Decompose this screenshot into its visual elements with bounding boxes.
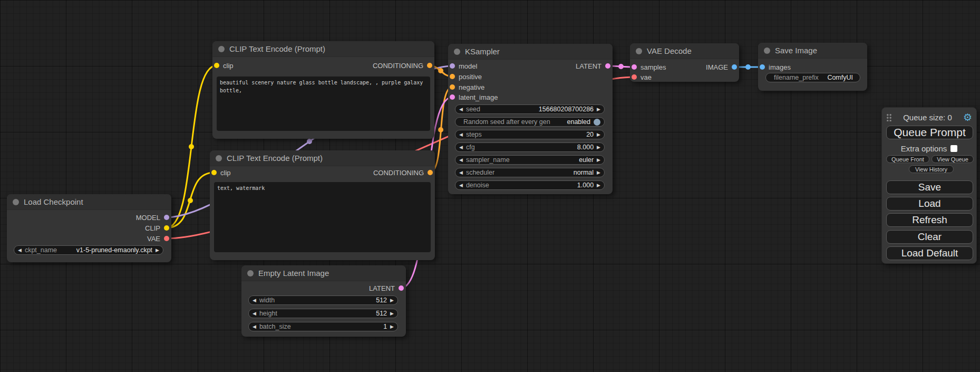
queue-front-button[interactable]: Queue Front [886, 155, 929, 163]
node-load-checkpoint[interactable]: Load Checkpoint MODEL CLIP VAE ckpt_name… [7, 194, 171, 262]
widget-ckpt-name[interactable]: ckpt_name v1-5-pruned-emaonly.ckpt [14, 245, 163, 255]
output-dot-model[interactable] [164, 215, 169, 220]
increment-icon[interactable] [597, 132, 600, 137]
output-slot-clip[interactable]: CLIP [145, 223, 169, 233]
node-clip-text-encode-positive[interactable]: CLIP Text Encode (Prompt) clip CONDITION… [212, 41, 434, 139]
refresh-button[interactable]: Refresh [886, 213, 973, 227]
prompt-textarea[interactable]: text, watermark [214, 182, 431, 252]
node-ksampler[interactable]: KSampler model positive negative latent_… [448, 44, 613, 194]
input-slot-negative[interactable]: negative [450, 82, 484, 92]
input-dot-clip[interactable] [214, 63, 219, 68]
node-header[interactable]: KSampler [448, 44, 613, 60]
load-button[interactable]: Load [886, 197, 973, 211]
widget-steps[interactable]: steps 20 [455, 130, 605, 139]
decrement-icon[interactable] [253, 311, 256, 316]
increment-icon[interactable] [156, 248, 159, 253]
collapse-dot-icon[interactable] [218, 46, 225, 52]
output-slot-vae[interactable]: VAE [147, 233, 169, 244]
queue-prompt-button[interactable]: Queue Prompt [886, 126, 973, 139]
input-slot-model[interactable]: model [450, 61, 477, 71]
output-slot-model[interactable]: MODEL [136, 212, 169, 223]
output-slot-latent[interactable]: LATENT [369, 283, 404, 293]
input-dot-samples[interactable] [632, 64, 637, 70]
decrement-icon[interactable] [253, 325, 256, 329]
output-slot-conditioning[interactable]: CONDITIONING [373, 167, 433, 178]
node-save-image[interactable]: Save Image images filename_prefix ComfyU… [758, 43, 867, 91]
decrement-icon[interactable] [253, 298, 256, 303]
input-dot-model[interactable] [450, 63, 455, 69]
decrement-icon[interactable] [18, 248, 22, 253]
widget-denoise[interactable]: denoise 1.000 [455, 180, 605, 190]
input-dot-images[interactable] [760, 64, 765, 70]
widget-random-seed-toggle[interactable]: Random seed after every gen enabled [455, 117, 605, 127]
widget-width[interactable]: width 512 [248, 295, 398, 305]
output-dot-conditioning[interactable] [427, 63, 432, 68]
output-dot-vae[interactable] [164, 236, 169, 241]
collapse-dot-icon[interactable] [764, 47, 770, 54]
collapse-dot-icon[interactable] [636, 48, 642, 54]
output-dot-latent[interactable] [399, 285, 404, 291]
output-slot-latent[interactable]: LATENT [576, 61, 610, 71]
increment-icon[interactable] [597, 183, 600, 188]
output-slot-conditioning[interactable]: CONDITIONING [373, 60, 432, 71]
input-slot-positive[interactable]: positive [450, 71, 482, 82]
increment-icon[interactable] [597, 107, 600, 112]
node-header[interactable]: Save Image [758, 43, 867, 59]
increment-icon[interactable] [597, 145, 600, 150]
decrement-icon[interactable] [459, 107, 463, 112]
input-dot-vae[interactable] [632, 74, 637, 80]
decrement-icon[interactable] [459, 183, 463, 188]
input-slot-latent-image[interactable]: latent_image [450, 92, 498, 102]
input-dot-negative[interactable] [450, 84, 455, 90]
widget-scheduler[interactable]: scheduler normal [455, 168, 605, 177]
node-vae-decode[interactable]: VAE Decode samples vae IMAGE [630, 43, 739, 82]
save-button[interactable]: Save [886, 180, 973, 194]
widget-batch-size[interactable]: batch_size 1 [248, 322, 398, 331]
increment-icon[interactable] [597, 158, 600, 163]
widget-sampler-name[interactable]: sampler_name euler [455, 155, 605, 165]
comfyui-canvas[interactable]: { "colors":{ "model":"#B39DDB","clip":"#… [0, 0, 980, 372]
input-slot-vae[interactable]: vae [632, 72, 652, 82]
increment-icon[interactable] [597, 170, 600, 175]
increment-icon[interactable] [390, 298, 394, 303]
widget-cfg[interactable]: cfg 8.000 [455, 142, 605, 152]
view-history-button[interactable]: View History [909, 165, 954, 173]
node-header[interactable]: VAE Decode [630, 43, 739, 59]
output-dot-latent[interactable] [605, 63, 610, 69]
prompt-textarea[interactable]: beautiful scenery nature glass bottle la… [217, 77, 430, 131]
node-header[interactable]: Load Checkpoint [7, 194, 171, 210]
input-dot-clip[interactable] [211, 170, 217, 175]
widget-seed[interactable]: seed 156680208700286 [455, 104, 605, 114]
widget-height[interactable]: height 512 [248, 309, 398, 318]
node-header[interactable]: CLIP Text Encode (Prompt) [212, 41, 434, 57]
input-dot-latent-image[interactable] [450, 94, 455, 100]
output-dot-conditioning[interactable] [428, 170, 433, 175]
output-dot-clip[interactable] [164, 225, 169, 231]
node-header[interactable]: Empty Latent Image [241, 265, 406, 281]
extra-options-checkbox[interactable] [950, 145, 957, 152]
clear-button[interactable]: Clear [886, 230, 973, 244]
load-default-button[interactable]: Load Default [886, 246, 973, 260]
output-dot-image[interactable] [732, 64, 737, 70]
node-empty-latent-image[interactable]: Empty Latent Image LATENT width 512 heig… [241, 265, 406, 337]
view-queue-button[interactable]: View Queue [932, 155, 974, 163]
input-dot-positive[interactable] [450, 74, 455, 79]
node-header[interactable]: CLIP Text Encode (Prompt) [210, 150, 435, 166]
decrement-icon[interactable] [459, 158, 463, 163]
gear-icon[interactable]: ⚙ [963, 112, 972, 122]
widget-filename-prefix[interactable]: filename_prefix ComfyUI [765, 73, 860, 82]
input-slot-images[interactable]: images [760, 62, 791, 72]
collapse-dot-icon[interactable] [216, 155, 222, 161]
collapse-dot-icon[interactable] [13, 199, 19, 205]
increment-icon[interactable] [390, 325, 394, 329]
collapse-dot-icon[interactable] [454, 49, 460, 55]
drag-handle-icon[interactable] [886, 113, 892, 121]
decrement-icon[interactable] [459, 145, 463, 150]
increment-icon[interactable] [390, 311, 394, 316]
input-slot-samples[interactable]: samples [632, 62, 666, 72]
output-slot-image[interactable]: IMAGE [706, 62, 737, 72]
node-clip-text-encode-negative[interactable]: CLIP Text Encode (Prompt) clip CONDITION… [210, 150, 435, 260]
toggle-icon[interactable] [594, 119, 600, 126]
decrement-icon[interactable] [459, 170, 463, 175]
input-slot-clip[interactable]: clip [211, 167, 231, 178]
